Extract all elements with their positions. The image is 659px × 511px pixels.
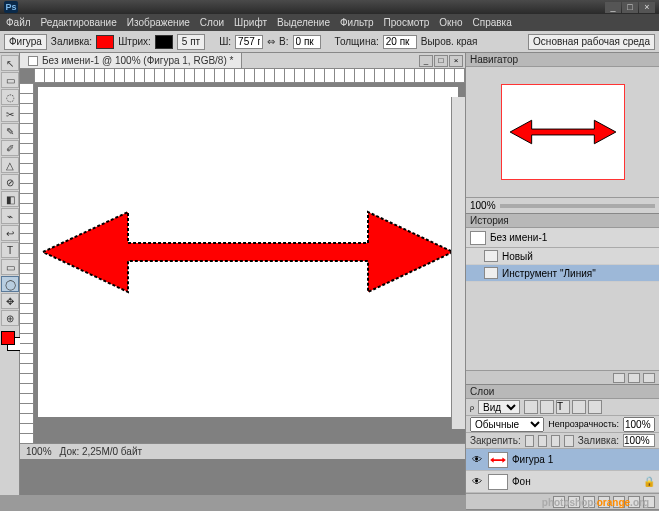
height-label: В: (279, 36, 288, 47)
fill-opacity-input[interactable] (623, 434, 655, 447)
menu-select[interactable]: Выделение (277, 17, 330, 28)
document-tab[interactable]: Без имени-1 @ 100% (Фигура 1, RGB/8) * (20, 53, 242, 68)
hand-tool[interactable]: ✥ (1, 293, 19, 309)
status-bar: 100% Док: 2,25M/0 байт (20, 443, 465, 459)
options-bar: Фигура Заливка: Штрих: 5 пт Ш: ⇔ В: Толщ… (0, 31, 659, 53)
thickness-input[interactable] (383, 35, 417, 49)
lasso-tool[interactable]: ◌ (1, 89, 19, 105)
menu-image[interactable]: Изображение (127, 17, 190, 28)
scrollbar-vertical[interactable] (451, 97, 465, 429)
layer-filter-select[interactable]: Вид (478, 400, 520, 414)
document-status: Док: 2,25M/0 байт (60, 446, 143, 457)
lock-all-icon[interactable] (564, 435, 573, 447)
doc-maximize-button[interactable]: □ (434, 55, 448, 67)
layers-tab[interactable]: Слои (470, 386, 494, 397)
blend-mode-select[interactable]: Обычные (470, 417, 544, 432)
menu-window[interactable]: Окно (439, 17, 462, 28)
brush-tool[interactable]: ✐ (1, 140, 19, 156)
filter-smart-icon[interactable] (588, 400, 602, 414)
stroke-swatch[interactable] (155, 35, 173, 49)
lock-brush-icon[interactable] (538, 435, 547, 447)
gradient-tool[interactable]: ◧ (1, 191, 19, 207)
width-input[interactable] (235, 35, 263, 49)
lock-position-icon[interactable] (551, 435, 560, 447)
stamp-tool[interactable]: △ (1, 157, 19, 173)
eyedropper-tool[interactable]: ✎ (1, 123, 19, 139)
fill-swatch[interactable] (96, 35, 114, 49)
shape-mode-select[interactable]: Фигура (4, 34, 47, 50)
maximize-button[interactable]: □ (622, 2, 638, 13)
menu-bar: Файл Редактирование Изображение Слои Шри… (0, 14, 659, 31)
shape-tool[interactable]: ◯ (1, 276, 19, 292)
arrow-shape (38, 87, 458, 417)
filter-adjust-icon[interactable] (540, 400, 554, 414)
height-input[interactable] (293, 35, 321, 49)
lock-icon: 🔒 (643, 476, 655, 487)
foreground-color[interactable] (1, 331, 15, 345)
zoom-tool[interactable]: ⊕ (1, 310, 19, 326)
navigator-thumbnail[interactable] (501, 84, 625, 180)
close-button[interactable]: × (639, 2, 655, 13)
marquee-tool[interactable]: ▭ (1, 72, 19, 88)
lock-transparency-icon[interactable] (525, 435, 534, 447)
title-bar: Ps _ □ × (0, 0, 659, 14)
fill-opacity-label: Заливка: (578, 435, 619, 446)
menu-view[interactable]: Просмотр (384, 17, 430, 28)
menu-file[interactable]: Файл (6, 17, 31, 28)
zoom-level[interactable]: 100% (26, 446, 52, 457)
filter-pixel-icon[interactable] (524, 400, 538, 414)
layer-thumbnail[interactable] (488, 474, 508, 490)
fill-label: Заливка: (51, 36, 92, 47)
filter-shape-icon[interactable] (572, 400, 586, 414)
toolbox: ↖ ▭ ◌ ✂ ✎ ✐ △ ⊘ ◧ ⌁ ↩ T ▭ ◯ ✥ ⊕ (0, 53, 20, 495)
workspace-select[interactable]: Основная рабочая среда (528, 34, 655, 50)
doc-minimize-button[interactable]: _ (419, 55, 433, 67)
link-icon[interactable]: ⇔ (267, 36, 275, 47)
pen-tool[interactable]: ↩ (1, 225, 19, 241)
filter-type-icon[interactable]: T (556, 400, 570, 414)
eraser-tool[interactable]: ⊘ (1, 174, 19, 190)
history-header[interactable]: История (466, 214, 659, 228)
history-new-icon (484, 250, 498, 262)
thickness-label: Толщина: (335, 36, 379, 47)
svg-marker-0 (43, 212, 453, 292)
history-item-label: Новый (502, 251, 533, 262)
crop-tool[interactable]: ✂ (1, 106, 19, 122)
ruler-vertical[interactable] (20, 83, 34, 443)
history-item[interactable]: Новый (466, 248, 659, 265)
menu-filter[interactable]: Фильтр (340, 17, 374, 28)
history-new-button[interactable] (628, 373, 640, 383)
layer-name[interactable]: Фигура 1 (512, 454, 553, 465)
svg-marker-2 (490, 457, 506, 462)
minimize-button[interactable]: _ (605, 2, 621, 13)
opacity-input[interactable] (623, 417, 655, 432)
navigator-zoom-slider[interactable]: 100% (466, 197, 659, 213)
color-swatches[interactable] (1, 331, 18, 355)
history-item[interactable]: Инструмент "Линия" (466, 265, 659, 282)
history-snapshot-button[interactable] (613, 373, 625, 383)
align-edges-checkbox[interactable]: Выров. края (421, 36, 478, 47)
menu-layers[interactable]: Слои (200, 17, 224, 28)
stroke-width-select[interactable]: 5 пт (177, 34, 205, 50)
path-select-tool[interactable]: ▭ (1, 259, 19, 275)
menu-type[interactable]: Шрифт (234, 17, 267, 28)
visibility-icon[interactable]: 👁 (470, 475, 484, 489)
panels-column: Навигатор 100% История Без имени-1 (465, 53, 659, 495)
layer-row[interactable]: 👁 Фигура 1 (466, 449, 659, 471)
history-delete-button[interactable] (643, 373, 655, 383)
doc-close-button[interactable]: × (449, 55, 463, 67)
ruler-horizontal[interactable] (34, 69, 465, 83)
menu-help[interactable]: Справка (473, 17, 512, 28)
layer-name[interactable]: Фон (512, 476, 531, 487)
layer-thumbnail[interactable] (488, 452, 508, 468)
navigator-header[interactable]: Навигатор (466, 53, 659, 67)
history-document-row[interactable]: Без имени-1 (466, 228, 659, 248)
visibility-icon[interactable]: 👁 (470, 453, 484, 467)
opacity-label: Непрозрачность: (548, 419, 619, 429)
canvas[interactable] (38, 87, 458, 417)
blur-tool[interactable]: ⌁ (1, 208, 19, 224)
layer-row[interactable]: 👁 Фон 🔒 (466, 471, 659, 493)
type-tool[interactable]: T (1, 242, 19, 258)
menu-edit[interactable]: Редактирование (41, 17, 117, 28)
move-tool[interactable]: ↖ (1, 55, 19, 71)
